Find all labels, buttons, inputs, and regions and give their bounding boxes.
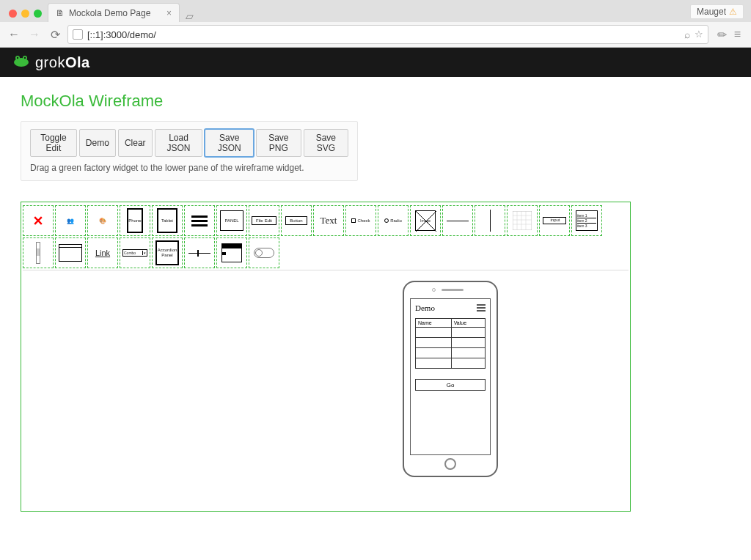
screen-title: Demo: [415, 303, 435, 312]
search-icon[interactable]: ⌕: [684, 29, 690, 40]
save-svg-button[interactable]: Save SVG: [304, 129, 348, 157]
extension-icon[interactable]: ✏: [717, 28, 727, 42]
widget-window[interactable]: [55, 237, 86, 268]
load-json-button[interactable]: Load JSON: [155, 129, 203, 157]
close-window-icon[interactable]: [9, 10, 17, 18]
close-tab-icon[interactable]: ×: [166, 8, 172, 18]
widget-menubar[interactable]: FileEdit: [249, 205, 279, 236]
phone-speaker-icon: [442, 289, 464, 291]
canvas[interactable]: Demo NameValue Go: [23, 270, 629, 509]
page-icon: 🗎: [56, 8, 65, 18]
toggle-edit-button[interactable]: Toggle Edit: [30, 129, 77, 157]
window-controls: [6, 10, 48, 22]
browser-tab[interactable]: 🗎 Mockola Demo Page ×: [48, 3, 180, 22]
widget-radio[interactable]: Radio: [378, 205, 409, 236]
svg-point-4: [24, 56, 26, 58]
widget-delete[interactable]: [23, 205, 54, 236]
hint-text: Drag a green factory widget to the lower…: [30, 163, 348, 173]
phone-mockup[interactable]: Demo NameValue Go: [403, 281, 498, 477]
widget-phone[interactable]: Phone: [120, 205, 150, 236]
grid-icon: [513, 211, 532, 230]
app-header: grokOla: [0, 48, 751, 77]
new-tab-button[interactable]: ▱: [180, 10, 199, 22]
logo-icon: [13, 54, 29, 71]
toolbar-panel: Toggle Edit Demo Clear Load JSON Save JS…: [21, 121, 358, 181]
table-row: [416, 328, 486, 338]
widget-accordion[interactable]: Accordion Panel: [152, 237, 183, 268]
save-json-button[interactable]: Save JSON: [205, 129, 253, 157]
svg-point-3: [17, 56, 18, 58]
widget-button[interactable]: Button: [281, 205, 312, 236]
col-name: Name: [416, 319, 452, 328]
profile-name: Mauget: [697, 7, 726, 17]
widget-combo[interactable]: Combo▾: [120, 237, 150, 268]
address-bar[interactable]: [::1]:3000/demo/ ⌕ ☆: [67, 25, 708, 44]
widget-checkbox[interactable]: Check: [345, 205, 376, 236]
bookmark-icon[interactable]: ☆: [695, 29, 703, 40]
site-info-icon[interactable]: [73, 29, 83, 40]
svg-rect-5: [513, 211, 532, 230]
tab-title: Mockola Demo Page: [69, 8, 150, 18]
widget-grid[interactable]: [507, 205, 538, 236]
widget-slider[interactable]: [184, 237, 215, 268]
widget-panel[interactable]: PANEL: [216, 205, 247, 236]
address-bar-row: ← → ⟳ [::1]:3000/demo/ ⌕ ☆ ✏ ≡: [0, 22, 751, 47]
phone-screen: Demo NameValue Go: [410, 298, 491, 455]
widget-vr[interactable]: [475, 205, 505, 236]
save-png-button[interactable]: Save PNG: [256, 129, 301, 157]
col-value: Value: [451, 319, 485, 328]
table-row: [416, 348, 486, 358]
page-title: MockOla Wireframe: [21, 92, 730, 111]
widget-palette: 👥 🎨 Phone Tablet PANEL FileEdit Button T…: [23, 204, 629, 270]
hamburger-icon: [191, 215, 208, 226]
widget-scrollbar[interactable]: [23, 237, 54, 268]
widget-calendar[interactable]: [216, 237, 247, 268]
widget-image[interactable]: Image: [410, 205, 441, 236]
table-row: [416, 358, 486, 369]
url-text: [::1]:3000/demo/: [87, 29, 156, 40]
widget-toggle[interactable]: [249, 237, 279, 268]
back-button[interactable]: ←: [6, 26, 22, 43]
home-button-icon[interactable]: [444, 458, 456, 470]
screen-header: Demo: [415, 303, 486, 312]
widget-palette-color[interactable]: 🎨: [87, 205, 118, 236]
widget-hr[interactable]: [442, 205, 473, 236]
go-button[interactable]: Go: [415, 379, 486, 391]
widget-input[interactable]: input: [539, 205, 570, 236]
page-content: MockOla Wireframe Toggle Edit Demo Clear…: [0, 77, 751, 526]
browser-chrome: 🗎 Mockola Demo Page × ▱ Mauget ⚠ ← → ⟳ […: [0, 0, 751, 48]
forward-button: →: [26, 26, 43, 43]
widget-group[interactable]: 👥: [55, 205, 86, 236]
widget-list[interactable]: item 1item 2item 3: [571, 205, 602, 236]
group-icon: 👥: [67, 218, 74, 224]
table-row: [416, 338, 486, 348]
demo-button[interactable]: Demo: [79, 129, 116, 157]
palette-icon: 🎨: [99, 218, 106, 224]
widget-link[interactable]: Link: [87, 237, 118, 268]
widget-tablet[interactable]: Tablet: [152, 205, 183, 236]
tab-strip: 🗎 Mockola Demo Page × ▱ Mauget ⚠: [0, 0, 751, 22]
design-area: 👥 🎨 Phone Tablet PANEL FileEdit Button T…: [21, 202, 631, 512]
url-actions: ⌕ ☆: [684, 29, 703, 40]
mockup-table[interactable]: NameValue: [415, 318, 486, 369]
clear-button[interactable]: Clear: [118, 129, 153, 157]
hamburger-icon[interactable]: [477, 304, 486, 312]
toolbar-row: Toggle Edit Demo Clear Load JSON Save JS…: [30, 129, 348, 157]
warning-icon: ⚠: [729, 7, 737, 17]
minimize-window-icon[interactable]: [21, 10, 29, 18]
reload-button[interactable]: ⟳: [47, 26, 63, 43]
maximize-window-icon[interactable]: [34, 10, 42, 18]
chrome-actions: ✏ ≡: [713, 28, 745, 42]
widget-text[interactable]: Text: [313, 205, 344, 236]
phone-camera-icon: [432, 288, 436, 292]
widget-hamburger[interactable]: [184, 205, 215, 236]
profile-chip[interactable]: Mauget ⚠: [690, 4, 744, 19]
brand-name: grokOla: [35, 54, 90, 71]
menu-icon[interactable]: ≡: [734, 28, 741, 42]
